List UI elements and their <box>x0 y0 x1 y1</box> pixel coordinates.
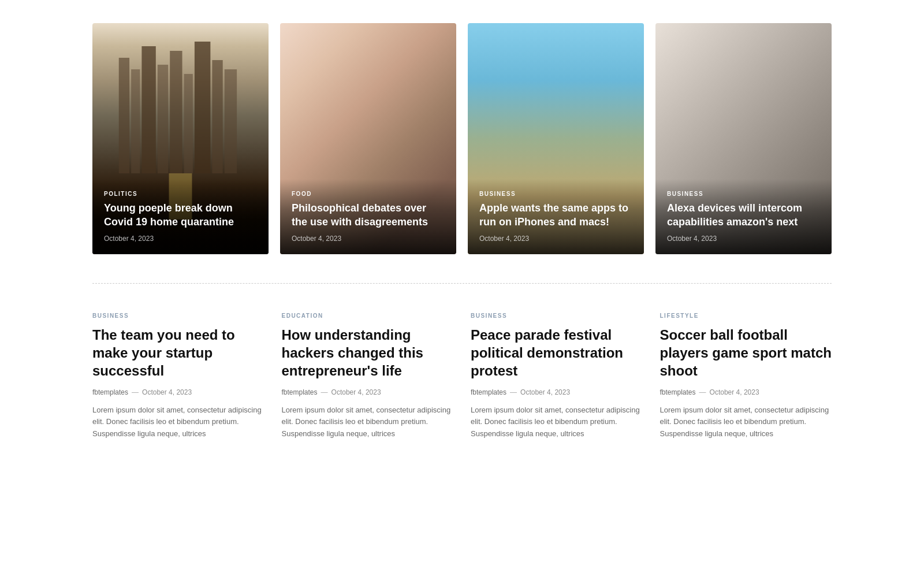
image-card-card-politics[interactable]: POLITICSYoung poeple break down Covid 19… <box>92 23 269 254</box>
page-wrapper: POLITICSYoung poeple break down Covid 19… <box>58 0 866 463</box>
card-overlay-0: POLITICSYoung poeple break down Covid 19… <box>92 179 269 254</box>
text-card-dash-1: — <box>321 388 328 396</box>
card-category-3: BUSINESS <box>667 191 820 197</box>
card-category-1: FOOD <box>292 191 445 197</box>
text-card-dash-2: — <box>510 388 517 396</box>
text-card-excerpt-3: Lorem ipsum dolor sit amet, consectetur … <box>660 404 832 440</box>
text-card-category-0: BUSINESS <box>92 313 264 319</box>
card-overlay-2: BUSINESSApple wants the same apps to run… <box>468 179 644 254</box>
svg-rect-1 <box>131 69 140 173</box>
text-card-author-0: fbtemplates <box>92 388 128 396</box>
text-card-title-0: The team you need to make your startup s… <box>92 326 264 380</box>
text-card-title-2: Peace parade festival political demonstr… <box>471 326 643 380</box>
svg-rect-3 <box>158 65 168 173</box>
card-title-1: Philosophical debates over the use with … <box>292 202 445 229</box>
card-overlay-1: FOODPhilosophical debates over the use w… <box>280 179 456 254</box>
card-title-2: Apple wants the same apps to run on iPho… <box>479 202 632 229</box>
text-card-meta-2: fbtemplates—October 4, 2023 <box>471 388 643 396</box>
card-category-2: BUSINESS <box>479 191 632 197</box>
text-card-author-1: fbtemplates <box>282 388 318 396</box>
svg-rect-4 <box>170 51 182 173</box>
card-date-1: October 4, 2023 <box>292 235 445 243</box>
text-card-text-card-startup[interactable]: BUSINESSThe team you need to make your s… <box>92 313 264 440</box>
svg-rect-0 <box>119 58 129 173</box>
card-date-0: October 4, 2023 <box>104 235 257 243</box>
text-card-meta-3: fbtemplates—October 4, 2023 <box>660 388 832 396</box>
svg-rect-6 <box>195 42 210 173</box>
text-card-category-3: LIFESTYLE <box>660 313 832 319</box>
card-date-2: October 4, 2023 <box>479 235 632 243</box>
text-card-meta-0: fbtemplates—October 4, 2023 <box>92 388 264 396</box>
card-title-3: Alexa devices will intercom capabilities… <box>667 202 820 229</box>
text-card-title-3: Soccer ball football players game sport … <box>660 326 832 380</box>
image-card-card-business-vr[interactable]: BUSINESSAlexa devices will intercom capa… <box>655 23 832 254</box>
bottom-cards-row: BUSINESSThe team you need to make your s… <box>92 313 832 440</box>
text-card-excerpt-2: Lorem ipsum dolor sit amet, consectetur … <box>471 404 643 440</box>
card-title-0: Young poeple break down Covid 19 home qu… <box>104 202 257 229</box>
top-cards-row: POLITICSYoung poeple break down Covid 19… <box>92 23 832 254</box>
svg-rect-5 <box>184 74 193 173</box>
card-category-0: POLITICS <box>104 191 257 197</box>
text-card-author-2: fbtemplates <box>471 388 506 396</box>
text-card-dash-3: — <box>699 388 706 396</box>
text-card-text-card-hackers[interactable]: EDUCATIONHow understanding hackers chang… <box>282 313 454 440</box>
image-card-card-food[interactable]: FOODPhilosophical debates over the use w… <box>280 23 456 254</box>
image-card-card-business-drone[interactable]: BUSINESSApple wants the same apps to run… <box>468 23 644 254</box>
text-card-excerpt-0: Lorem ipsum dolor sit amet, consectetur … <box>92 404 264 440</box>
text-card-meta-1: fbtemplates—October 4, 2023 <box>282 388 454 396</box>
text-card-category-2: BUSINESS <box>471 313 643 319</box>
text-card-date-1: October 4, 2023 <box>331 388 381 396</box>
text-card-date-0: October 4, 2023 <box>142 388 192 396</box>
svg-rect-8 <box>225 69 237 173</box>
text-card-title-1: How understanding hackers changed this e… <box>282 326 454 380</box>
text-card-excerpt-1: Lorem ipsum dolor sit amet, consectetur … <box>282 404 454 440</box>
text-card-date-3: October 4, 2023 <box>710 388 759 396</box>
text-card-text-card-soccer[interactable]: LIFESTYLESoccer ball football players ga… <box>660 313 832 440</box>
text-card-text-card-parade[interactable]: BUSINESSPeace parade festival political … <box>471 313 643 440</box>
text-card-date-2: October 4, 2023 <box>520 388 570 396</box>
text-card-author-3: fbtemplates <box>660 388 696 396</box>
section-divider <box>92 283 832 284</box>
svg-rect-7 <box>212 60 222 173</box>
card-overlay-3: BUSINESSAlexa devices will intercom capa… <box>655 179 832 254</box>
text-card-category-1: EDUCATION <box>282 313 454 319</box>
card-date-3: October 4, 2023 <box>667 235 820 243</box>
svg-rect-2 <box>141 46 155 173</box>
text-card-dash-0: — <box>132 388 139 396</box>
